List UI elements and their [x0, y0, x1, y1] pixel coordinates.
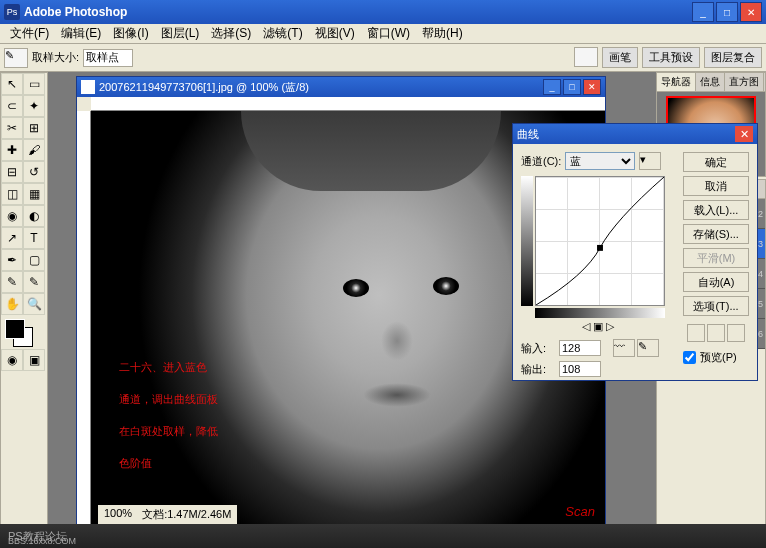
notes-tool[interactable]: ✎ — [1, 271, 23, 293]
quickmask-tool[interactable]: ◉ — [1, 349, 23, 371]
channel-select[interactable]: 蓝 — [565, 152, 635, 170]
zoom-level[interactable]: 100% — [104, 507, 132, 522]
shape-tool[interactable]: ▢ — [23, 249, 45, 271]
pen-tool[interactable]: ✒ — [1, 249, 23, 271]
curves-titlebar[interactable]: 曲线 ✕ — [513, 124, 757, 144]
ok-button[interactable]: 确定 — [683, 152, 749, 172]
gradient-vertical — [521, 176, 533, 306]
filesize-status: 文档:1.47M/2.46M — [142, 507, 231, 522]
gradient-tool[interactable]: ▦ — [23, 183, 45, 205]
status-strip: 100% 文档:1.47M/2.46M — [98, 505, 237, 524]
curve-tool-button[interactable]: 〰 — [613, 339, 635, 357]
close-button[interactable]: ✕ — [740, 2, 762, 22]
palette-toggle-icon[interactable] — [574, 47, 598, 67]
brush-tool[interactable]: 🖌 — [23, 139, 45, 161]
minimize-button[interactable]: _ — [692, 2, 714, 22]
blur-tool[interactable]: ◉ — [1, 205, 23, 227]
history-brush-tool[interactable]: ↺ — [23, 161, 45, 183]
toolbox: ↖ ▭ ⊂ ✦ ✂ ⊞ ✚ 🖌 ⊟ ↺ ◫ ▦ ◉ ◐ ↗ T ✒ ▢ ✎ ✎ … — [0, 72, 48, 548]
sample-size-input[interactable] — [83, 49, 133, 67]
wand-tool[interactable]: ✦ — [23, 95, 45, 117]
dodge-tool[interactable]: ◐ — [23, 205, 45, 227]
color-swatch[interactable] — [1, 319, 45, 349]
app-title: Adobe Photoshop — [24, 5, 692, 19]
menu-help[interactable]: 帮助(H) — [416, 25, 469, 42]
sample-size-label: 取样大小: — [32, 50, 79, 65]
doc-icon — [81, 80, 95, 94]
menu-layer[interactable]: 图层(L) — [155, 25, 206, 42]
eyedropper-white-icon[interactable] — [727, 324, 745, 342]
gradient-horizontal — [535, 308, 665, 318]
cancel-button[interactable]: 取消 — [683, 176, 749, 196]
tab-navigator[interactable]: 导航器 — [657, 73, 696, 91]
menubar: 文件(F) 编辑(E) 图像(I) 图层(L) 选择(S) 滤镜(T) 视图(V… — [0, 24, 766, 44]
annotation-line4: 色阶值 — [119, 447, 218, 479]
load-button[interactable]: 载入(L)... — [683, 200, 749, 220]
tab-brush[interactable]: 画笔 — [602, 47, 638, 68]
eyedropper-gray-icon[interactable] — [707, 324, 725, 342]
save-button[interactable]: 存储(S)... — [683, 224, 749, 244]
document-titlebar[interactable]: 20076211949773706[1].jpg @ 100% (蓝/8) _ … — [77, 77, 605, 97]
lasso-tool[interactable]: ⊂ — [1, 95, 23, 117]
heal-tool[interactable]: ✚ — [1, 139, 23, 161]
eyedropper-icon[interactable]: ✎ — [4, 48, 28, 68]
path-tool[interactable]: ↗ — [1, 227, 23, 249]
stamp-tool[interactable]: ⊟ — [1, 161, 23, 183]
tab-layer-comps[interactable]: 图层复合 — [704, 47, 762, 68]
pencil-tool-button[interactable]: ✎ — [637, 339, 659, 357]
output-field[interactable] — [559, 361, 601, 377]
menu-file[interactable]: 文件(F) — [4, 25, 55, 42]
curve-grid[interactable] — [535, 176, 665, 306]
menu-filter[interactable]: 滤镜(T) — [257, 25, 308, 42]
type-tool[interactable]: T — [23, 227, 45, 249]
menu-view[interactable]: 视图(V) — [309, 25, 361, 42]
channel-menu-button[interactable]: ▾ — [639, 152, 661, 170]
ruler-vertical[interactable] — [77, 111, 91, 548]
watermark-line2: BBS.16xx8.COM — [8, 536, 76, 546]
input-field[interactable] — [559, 340, 601, 356]
fg-color[interactable] — [5, 319, 25, 339]
tab-tool-presets[interactable]: 工具预设 — [642, 47, 700, 68]
scan-watermark: Scan — [565, 504, 595, 519]
eyedropper-black-icon[interactable] — [687, 324, 705, 342]
tab-info[interactable]: 信息 — [696, 73, 725, 91]
options-button[interactable]: 选项(T)... — [683, 296, 749, 316]
crop-tool[interactable]: ✂ — [1, 117, 23, 139]
annotation-text: 二十六、进入蓝色 通道，调出曲线面板 在白斑处取样，降低 色阶值 — [119, 351, 218, 479]
menu-edit[interactable]: 编辑(E) — [55, 25, 107, 42]
app-titlebar: Ps Adobe Photoshop _ □ ✕ — [0, 0, 766, 24]
hand-tool[interactable]: ✋ — [1, 293, 23, 315]
doc-close-button[interactable]: ✕ — [583, 79, 601, 95]
preview-checkbox[interactable] — [683, 351, 696, 364]
menu-image[interactable]: 图像(I) — [107, 25, 154, 42]
move-tool[interactable]: ↖ — [1, 73, 23, 95]
screenmode-tool[interactable]: ▣ — [23, 349, 45, 371]
channel-label: 通道(C): — [521, 154, 561, 169]
zoom-tool[interactable]: 🔍 — [23, 293, 45, 315]
tab-histogram[interactable]: 直方图 — [725, 73, 764, 91]
doc-minimize-button[interactable]: _ — [543, 79, 561, 95]
auto-button[interactable]: 自动(A) — [683, 272, 749, 292]
maximize-button[interactable]: □ — [716, 2, 738, 22]
curves-close-button[interactable]: ✕ — [735, 126, 753, 142]
annotation-line2: 通道，调出曲线面板 — [119, 383, 218, 415]
eyedropper-tool[interactable]: ✎ — [23, 271, 45, 293]
input-label: 输入: — [521, 341, 555, 356]
menu-window[interactable]: 窗口(W) — [361, 25, 416, 42]
curves-title-text: 曲线 — [517, 127, 735, 142]
menu-select[interactable]: 选择(S) — [205, 25, 257, 42]
svg-rect-0 — [597, 245, 603, 251]
doc-filename: 20076211949773706[1].jpg @ 100% (蓝/8) — [99, 80, 541, 95]
ruler-horizontal[interactable] — [91, 97, 605, 111]
eraser-tool[interactable]: ◫ — [1, 183, 23, 205]
slice-tool[interactable]: ⊞ — [23, 117, 45, 139]
gradient-arrows-icon[interactable]: ◁ ▣ ▷ — [582, 320, 614, 333]
photo-hair — [241, 111, 501, 191]
marquee-tool[interactable]: ▭ — [23, 73, 45, 95]
photo-eye-left — [343, 279, 369, 297]
doc-maximize-button[interactable]: □ — [563, 79, 581, 95]
photo-nose — [381, 321, 413, 361]
photo-eye-right — [433, 277, 459, 295]
options-bar: ✎ 取样大小: 画笔 工具预设 图层复合 — [0, 44, 766, 72]
curves-dialog: 曲线 ✕ 通道(C): 蓝 ▾ ◁ ▣ ▷ — [512, 123, 758, 381]
